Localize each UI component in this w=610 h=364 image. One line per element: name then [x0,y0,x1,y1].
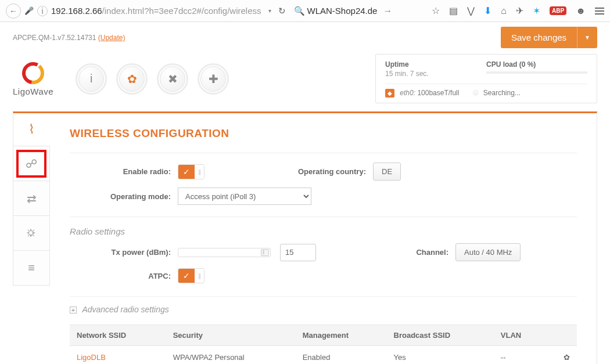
operating-country-button[interactable]: DE [373,163,401,181]
url-path: /index.html?h=3ee7dcc2#/config/wireless [102,6,261,16]
toolbar-support-button[interactable]: ✚ [198,63,229,95]
tab-system[interactable]: ≡ [13,251,50,286]
cpu-label: CPU load (0 %) [486,60,587,69]
cpu-load-bar [486,71,587,74]
check-icon: ✓ [178,165,195,179]
tab-traffic[interactable]: ⇄ [13,181,50,216]
save-changes-button[interactable]: Save changes [501,27,577,48]
downloads-icon[interactable]: ⬇ [484,5,491,16]
tools-icon: ✖ [168,72,178,86]
firmware-version: APCPE.QM-1.v7.52.14731 (Update) [13,34,125,42]
uptime-value: 15 min. 7 sec. [385,70,486,78]
col-ssid: Network SSID [70,325,166,346]
wifi-status-text: Searching... [483,89,521,97]
tab-services[interactable]: ⛭ [13,216,50,251]
col-vlan: VLAN [494,325,546,346]
browser-search[interactable]: 🔍 WLAN-Shop24.de [294,6,378,16]
tab-network[interactable]: ☍ [13,146,50,181]
gears-icon: ⛭ [26,226,37,240]
tab-wireless[interactable]: ⌇ [13,111,50,146]
search-go-icon[interactable]: → [383,6,392,16]
side-tabs: ⌇ ☍ ⇄ ⛭ ≡ [13,111,50,364]
firmware-update-link[interactable]: (Update) [98,34,125,42]
arrows-swap-icon: ⇄ [27,192,37,206]
row-settings-icon[interactable]: ✿ [564,353,570,362]
ssid-table: Network SSID Security Management Broadca… [70,325,577,364]
operating-country-label: Operating country: [286,167,373,176]
home-icon[interactable]: ⌂ [501,6,507,16]
bookmark-star-icon[interactable]: ☆ [432,5,440,16]
url-bar[interactable]: 192.168.2.66/index.html?h=3ee7dcc2#/conf… [51,6,261,16]
enable-radio-label: Enable radio: [70,167,178,176]
sliders-icon: ≡ [28,261,35,275]
page-title: WIRELESS CONFIGURATION [70,127,577,140]
operating-mode-select[interactable]: Access point (iPoll 3) [178,188,311,205]
col-security: Security [166,325,296,346]
send-icon[interactable]: ✈ [516,5,523,16]
logo-text: LigoWave [13,87,53,96]
wifi-searching-icon: ⦾ [473,89,479,97]
cell-management: Enabled [296,346,387,365]
url-host: 192.168.2.66 [51,6,102,16]
product-logo: LigoWave [13,61,53,96]
logo-swoosh-icon [21,61,45,85]
ssid-link[interactable]: LigoDLB [77,353,106,362]
reload-icon[interactable]: ↻ [278,6,286,16]
app-topstrip: APCPE.QM-1.v7.52.14731 (Update) Save cha… [0,22,610,51]
medkit-icon: ✚ [209,72,218,86]
cell-broadcast: Yes [387,346,494,365]
enable-radio-toggle[interactable]: ✓ [178,164,204,179]
cell-security: WPA/WPA2 Personal [166,346,296,365]
browser-chrome: ← 🎤 i 192.168.2.66/index.html?h=3ee7dcc2… [0,0,610,22]
info-icon: i [90,72,92,85]
advanced-title: Advanced radio settings [82,305,168,314]
wifi-icon: ⌇ [28,122,35,137]
firmware-text: APCPE.QM-1.v7.52.14731 [13,34,96,42]
tx-power-slider[interactable] [178,248,271,257]
advanced-radio-toggle[interactable]: + Advanced radio settings [70,296,577,314]
radio-settings-title: Radio settings [70,217,577,236]
wifi-status: ⦾ Searching... [473,89,520,97]
url-dropdown-icon[interactable]: ▾ [268,8,271,14]
toolbar-info-button[interactable]: i [76,63,107,95]
channel-button[interactable]: Auto / 40 MHz [455,243,521,261]
eth-name: eth0: [400,89,415,97]
tx-power-label: Tx power (dBm): [70,248,178,257]
content-panel: WIRELESS CONFIGURATION Enable radio: ✓ O… [50,111,597,364]
page-info-icon[interactable]: i [37,6,48,16]
extension-icon[interactable]: ✶ [533,5,540,16]
browser-menu-icon[interactable] [595,6,604,16]
check-icon: ✓ [178,269,195,283]
channel-label: Channel: [368,248,455,257]
eth-badge-icon: ◆ [385,89,394,98]
atpc-toggle[interactable]: ✓ [178,268,204,283]
operating-mode-label: Operating mode: [70,192,178,201]
eth-mode: 100baseT/full [417,89,459,97]
header-row: LigoWave i ✿ ✖ ✚ Uptime 15 min. 7 sec. C… [0,51,610,111]
col-broadcast: Broadcast SSID [387,325,494,346]
main-layout: ⌇ ☍ ⇄ ⛭ ≡ WIRELESS CONFIGURATION Enable … [0,111,610,364]
status-panel: Uptime 15 min. 7 sec. CPU load (0 %) ◆ e… [375,54,597,103]
reader-icon[interactable]: ▤ [449,5,458,16]
page-security-icon[interactable]: 🎤 [24,6,34,15]
eth-status: ◆ eth0: 100baseT/full [385,89,459,97]
nav-back-button[interactable]: ← [6,3,21,19]
adblock-icon[interactable]: ABP [550,6,566,15]
search-icon: 🔍 [294,6,305,16]
atpc-label: ATPC: [70,272,178,280]
pocket-icon[interactable]: ⋁ [467,5,475,16]
cell-vlan: -- [494,346,546,365]
browser-search-text: WLAN-Shop24.de [307,6,378,16]
toolbar-tools-button[interactable]: ✖ [157,63,188,95]
network-tree-icon: ☍ [26,157,37,171]
uptime-label: Uptime [385,60,486,69]
tx-power-input[interactable] [280,244,316,261]
toolbar-settings-button[interactable]: ✿ [116,63,148,95]
col-management: Management [296,325,387,346]
slider-thumb-icon [261,249,269,256]
expand-icon: + [70,307,77,313]
smiley-icon[interactable]: ☻ [576,6,586,16]
save-changes-dropdown[interactable]: ▼ [577,27,597,48]
gear-icon: ✿ [127,72,137,86]
table-row: LigoDLB WPA/WPA2 Personal Enabled Yes --… [70,346,577,365]
